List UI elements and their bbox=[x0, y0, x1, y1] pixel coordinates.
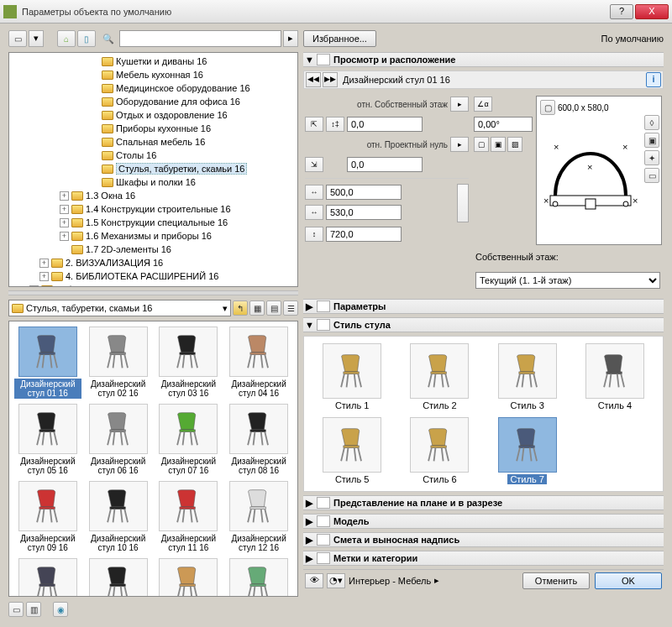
mirror-both-button[interactable]: ▨ bbox=[507, 137, 522, 152]
expand-toggle[interactable]: + bbox=[60, 218, 69, 227]
thumbnail-item[interactable]: Дизайнерский стул 10 16 bbox=[85, 481, 152, 553]
tree-item[interactable]: +2. ВИЗУАЛИЗАЦИЯ 16 bbox=[9, 256, 297, 269]
tree-item[interactable]: Шкафы и полки 16 bbox=[9, 175, 297, 189]
expand-toggle[interactable]: + bbox=[39, 272, 49, 281]
thumbnail-item[interactable]: Дизайнерский стул 09 16 bbox=[14, 481, 81, 553]
search-input[interactable] bbox=[119, 30, 281, 47]
pv-btn-1[interactable]: ◊ bbox=[644, 115, 659, 130]
up-folder-button[interactable]: ↰ bbox=[233, 300, 248, 316]
lib-btn-web[interactable]: ◉ bbox=[53, 602, 68, 617]
tree-item[interactable]: +4. БИБЛИОТЕКА РАСШИРЕНИЙ 16 bbox=[9, 269, 297, 283]
tree-item[interactable]: Столы 16 bbox=[9, 149, 297, 162]
angle-field[interactable] bbox=[474, 117, 533, 132]
tool-window-icon[interactable]: ▯ bbox=[77, 30, 96, 47]
expand-toggle[interactable]: + bbox=[39, 259, 49, 268]
view-mode-drop[interactable]: ▾ bbox=[29, 30, 44, 47]
next-object-button[interactable]: ▶▶ bbox=[323, 72, 338, 87]
dim-z-field[interactable] bbox=[326, 227, 402, 242]
view-list-button[interactable]: ☰ bbox=[283, 300, 298, 316]
thumbnail-item[interactable]: Дизайнерский стул 07 16 bbox=[155, 404, 223, 476]
tree-item[interactable]: +1.3 Окна 16 bbox=[9, 189, 297, 202]
style-item[interactable]: Стиль 2 bbox=[398, 343, 480, 410]
tree-item[interactable]: +1.5 Конструкции специальные 16 bbox=[9, 216, 297, 229]
style-item[interactable]: Стиль 7 bbox=[486, 417, 569, 484]
thumbnail-item[interactable]: Дизайнерский Шезлонг 16 bbox=[155, 558, 223, 597]
expand-toggle[interactable]: + bbox=[60, 191, 69, 201]
view-large-button[interactable]: ▦ bbox=[249, 300, 265, 316]
svg-line-2 bbox=[54, 355, 57, 368]
section-params-header[interactable]: ▶ Параметры bbox=[303, 299, 664, 314]
section-plan-header[interactable]: ▶ Представление на плане и в разрезе bbox=[303, 495, 664, 510]
layer-icon[interactable]: 👁 bbox=[305, 573, 323, 588]
section-estimate-header[interactable]: ▶ Смета и выносная надпись bbox=[303, 532, 664, 547]
thumbnail-item[interactable]: Дизайнерский стул 16 bbox=[85, 558, 152, 597]
tree-item[interactable]: Медицинское оборудование 16 bbox=[9, 81, 297, 95]
expand-toggle[interactable]: + bbox=[60, 205, 69, 214]
close-button[interactable]: X bbox=[635, 4, 669, 19]
thumbnail-item[interactable]: Дизайнерский стул 01 16 bbox=[14, 327, 81, 399]
thumbnail-item[interactable]: Дизайнерский стул 12 16 bbox=[225, 481, 292, 553]
tree-item[interactable]: 1.7 2D-элементы 16 bbox=[9, 243, 297, 256]
layer-pick-button[interactable]: ◔▾ bbox=[327, 573, 345, 588]
link-dims-button[interactable] bbox=[457, 184, 469, 222]
help-button[interactable]: ? bbox=[610, 4, 633, 19]
section-model-header[interactable]: ▶ Модель bbox=[303, 514, 664, 529]
info-button[interactable]: i bbox=[646, 72, 661, 87]
tree-item[interactable]: Стулья, табуретки, скамьи 16 bbox=[9, 162, 297, 175]
prev-object-button[interactable]: ◀◀ bbox=[306, 72, 321, 87]
tree-item[interactable]: +1.6 Механизмы и приборы 16 bbox=[9, 229, 297, 243]
view-mode-button[interactable]: ▭ bbox=[8, 30, 27, 47]
tree-item[interactable]: +1.4 Конструкции строительные 16 bbox=[9, 202, 297, 216]
expand-toggle[interactable]: + bbox=[60, 232, 69, 241]
section-view-header[interactable]: ▼ Просмотр и расположение bbox=[303, 52, 664, 67]
thumbnail-item[interactable]: Дизайнерский стул 08 16 bbox=[225, 404, 292, 476]
tree-item[interactable]: Приборы кухонные 16 bbox=[9, 122, 297, 135]
path-combo[interactable]: Стулья, табуретки, скамьи 16 ▾ bbox=[8, 300, 231, 316]
search-drop[interactable]: ▸ bbox=[283, 30, 298, 47]
splitter[interactable] bbox=[8, 290, 298, 295]
style-item[interactable]: Стиль 6 bbox=[398, 417, 480, 484]
mirror-h-button[interactable]: ▢ bbox=[474, 137, 489, 152]
tool-chair-icon[interactable]: ⌂ bbox=[57, 30, 76, 47]
dim-y-field[interactable] bbox=[326, 205, 402, 220]
lib-btn-1[interactable]: ▭ bbox=[8, 602, 24, 617]
elev-bot-field[interactable] bbox=[347, 157, 423, 172]
tree-item[interactable]: Кушетки и диваны 16 bbox=[9, 55, 297, 68]
mirror-v-button[interactable]: ▣ bbox=[491, 137, 506, 152]
zero-pick-button[interactable]: ▸ bbox=[450, 137, 469, 152]
thumbnail-item[interactable]: Дизайнерский стул 04 16 bbox=[225, 327, 292, 399]
view-small-button[interactable]: ▤ bbox=[266, 300, 281, 316]
thumbnail-item[interactable]: Дизайнерский стул 11 16 bbox=[155, 481, 223, 553]
section-style-header[interactable]: ▼ Стиль стула bbox=[303, 317, 664, 332]
floor-select[interactable]: Текущий (1. 1-й этаж) bbox=[475, 272, 660, 289]
floor-pick-button[interactable]: ▸ bbox=[450, 97, 469, 112]
expand-toggle[interactable]: + bbox=[29, 285, 39, 288]
tree-item[interactable]: Мебель кухонная 16 bbox=[9, 68, 297, 81]
tree-item[interactable]: Оборудование для офиса 16 bbox=[9, 95, 297, 108]
thumbnail-item[interactable]: Дизайнерский стул 13 16 bbox=[14, 558, 81, 597]
thumbnail-item[interactable]: Дизайнерский стул 03 16 bbox=[155, 327, 223, 399]
lib-btn-2[interactable]: ▥ bbox=[26, 602, 41, 617]
style-item[interactable]: Стиль 3 bbox=[486, 343, 569, 410]
cancel-button[interactable]: Отменить bbox=[522, 572, 590, 589]
pv-btn-2[interactable]: ▣ bbox=[644, 133, 659, 148]
section-tags-header[interactable]: ▶ Метки и категории bbox=[303, 551, 664, 566]
favorites-button[interactable]: Избранное... bbox=[303, 30, 376, 47]
ok-button[interactable]: OK bbox=[595, 572, 662, 589]
thumbnail-label: Дизайнерский стул 10 16 bbox=[85, 533, 152, 553]
thumbnail-item[interactable]: Дизайнерский стул 05 16 bbox=[14, 404, 81, 476]
tree-item[interactable]: Отдых и оздоровление 16 bbox=[9, 108, 297, 122]
pv-btn-4[interactable]: ▭ bbox=[644, 168, 659, 183]
elev-top-field[interactable] bbox=[347, 117, 423, 132]
style-item[interactable]: Стиль 5 bbox=[311, 417, 393, 484]
style-item[interactable]: Стиль 1 bbox=[311, 343, 393, 410]
dim-x-field[interactable] bbox=[326, 185, 402, 200]
tree-item[interactable]: Спальная мебель 16 bbox=[9, 135, 297, 149]
style-item[interactable]: Стиль 4 bbox=[574, 343, 656, 410]
tree-item[interactable]: +Библиотека по ГОСТу 16 bbox=[9, 283, 297, 287]
pv-btn-3[interactable]: ✦ bbox=[644, 150, 659, 165]
thumbnail-item[interactable]: Кресло 01 16 bbox=[225, 558, 292, 597]
library-tree[interactable]: Кушетки и диваны 16Мебель кухонная 16Мед… bbox=[8, 52, 298, 287]
thumbnail-item[interactable]: Дизайнерский стул 02 16 bbox=[85, 327, 152, 399]
thumbnail-item[interactable]: Дизайнерский стул 06 16 bbox=[85, 404, 152, 476]
